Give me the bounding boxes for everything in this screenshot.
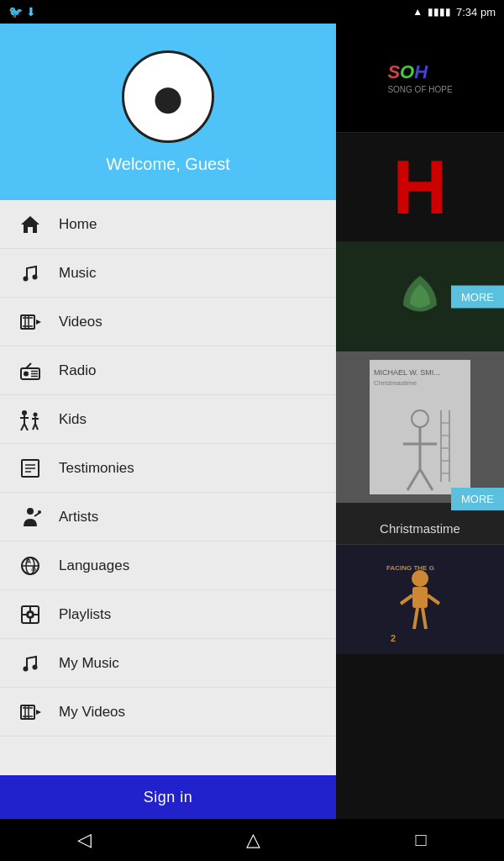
svg-text:FACING THE G: FACING THE G <box>386 564 434 572</box>
status-time: 7:34 pm <box>456 6 496 18</box>
avatar-icon: ● <box>150 66 186 127</box>
sign-in-button[interactable]: Sign in <box>0 775 336 819</box>
album-soh-subtitle: SONG OF HOPE <box>387 85 452 94</box>
sidebar-item-kids[interactable]: Kids <box>0 395 336 444</box>
more-button-green[interactable]: MORE <box>451 285 504 308</box>
svg-text:MICHAEL W. SMI...: MICHAEL W. SMI... <box>374 368 440 377</box>
navigation-drawer: ● Welcome, Guest Home Music <box>0 24 336 819</box>
christmastime-cover: MICHAEL W. SMI... Christmastime <box>370 360 470 494</box>
svg-point-1 <box>33 274 38 279</box>
svg-point-28 <box>27 508 34 515</box>
svg-point-19 <box>34 412 38 416</box>
playlists-icon <box>15 604 45 626</box>
svg-point-9 <box>24 371 29 376</box>
svg-point-0 <box>24 276 29 281</box>
sidebar-item-playlists[interactable]: Playlists <box>0 590 336 639</box>
sidebar-item-testimonies-label: Testimonies <box>59 460 134 477</box>
svg-marker-7 <box>36 320 41 325</box>
sidebar-item-music-label: Music <box>59 265 96 282</box>
svg-text:2: 2 <box>391 633 396 643</box>
mymusic-icon <box>15 652 45 674</box>
album-soh-title: SOH <box>387 61 452 83</box>
christmastime-label: Christmastime <box>336 521 504 536</box>
sidebar-item-myvideos[interactable]: My Videos <box>0 688 336 737</box>
notification-icon-1: 🐦 <box>8 5 23 18</box>
sidebar-item-videos[interactable]: Videos <box>0 298 336 346</box>
album-soh: SOH SONG OF HOPE <box>336 24 504 133</box>
wifi-icon: ▲ <box>412 6 423 18</box>
sidebar-item-kids-label: Kids <box>59 411 87 428</box>
welcome-text: Welcome, Guest <box>106 155 229 174</box>
svg-line-18 <box>24 424 28 430</box>
album-green: MORE <box>336 242 504 351</box>
music-icon <box>15 262 45 284</box>
christmastime-art: MICHAEL W. SMI... Christmastime <box>336 351 504 503</box>
video-icon <box>15 311 45 333</box>
svg-point-30 <box>38 510 41 514</box>
back-button[interactable]: ◁ <box>77 829 92 851</box>
album-facing: FACING THE G 2 <box>336 545 504 654</box>
drawer-header: ● Welcome, Guest <box>0 24 336 200</box>
sidebar-item-videos-label: Videos <box>59 314 102 330</box>
kids-icon <box>15 409 45 430</box>
sidebar-item-music[interactable]: Music <box>0 249 336 298</box>
home-icon <box>15 214 45 235</box>
sidebar-item-myvideos-label: My Videos <box>59 704 125 721</box>
svg-text:あ: あ <box>31 566 36 572</box>
sidebar-item-testimonies[interactable]: Testimonies <box>0 444 336 493</box>
svg-text:A: A <box>27 558 31 564</box>
home-button[interactable]: △ <box>246 829 260 851</box>
sidebar-item-home-label: Home <box>59 216 97 233</box>
svg-point-68 <box>412 570 428 587</box>
svg-line-23 <box>35 424 38 430</box>
recents-button[interactable]: □ <box>416 829 427 851</box>
artists-icon <box>15 506 45 528</box>
sidebar-item-radio[interactable]: Radio <box>0 346 336 395</box>
sidebar-item-mymusic-label: My Music <box>59 655 119 672</box>
status-icons-right: ▲ ▮▮▮▮ 7:34 pm <box>412 6 496 18</box>
sidebar-item-languages[interactable]: A あ Languages <box>0 541 336 590</box>
sidebar-item-languages-label: Languages <box>59 557 129 574</box>
languages-icon: A あ <box>15 555 45 577</box>
sidebar-item-radio-label: Radio <box>59 362 96 379</box>
sidebar-item-playlists-label: Playlists <box>59 606 111 623</box>
notification-icon-2: ⬇ <box>26 5 36 18</box>
status-bar: 🐦 ⬇ ▲ ▮▮▮▮ 7:34 pm <box>0 0 504 24</box>
status-icons-left: 🐦 ⬇ <box>8 5 36 18</box>
svg-point-38 <box>29 613 32 616</box>
more-button-christmas[interactable]: MORE <box>451 488 504 510</box>
myvideos-icon <box>15 701 45 723</box>
main-content: SOH SONG OF HOPE H MORE MICHAEL W. SMI..… <box>336 24 504 819</box>
sidebar-item-artists-label: Artists <box>59 509 98 526</box>
facing-art: FACING THE G 2 <box>382 553 458 646</box>
svg-point-44 <box>33 664 38 669</box>
album-h-letter: H <box>393 150 448 225</box>
album-christmastime: MICHAEL W. SMI... Christmastime Christma… <box>336 351 504 545</box>
menu-list: Home Music <box>0 200 336 775</box>
sidebar-item-home[interactable]: Home <box>0 200 336 249</box>
album-h: H <box>336 133 504 242</box>
svg-text:Christmastime: Christmastime <box>374 379 417 387</box>
svg-line-17 <box>21 424 24 430</box>
album-green-art <box>395 272 445 322</box>
radio-icon <box>15 360 45 382</box>
bottom-navigation: ◁ △ □ <box>0 819 504 861</box>
avatar: ● <box>122 50 214 143</box>
svg-point-14 <box>22 410 27 415</box>
svg-point-43 <box>24 666 29 671</box>
sidebar-item-artists[interactable]: Artists <box>0 493 336 541</box>
battery-icon: ▮▮▮▮ <box>428 6 451 18</box>
svg-rect-69 <box>412 587 428 608</box>
sidebar-item-mymusic[interactable]: My Music <box>0 639 336 688</box>
svg-marker-50 <box>36 710 41 715</box>
testimonies-icon <box>15 457 45 479</box>
